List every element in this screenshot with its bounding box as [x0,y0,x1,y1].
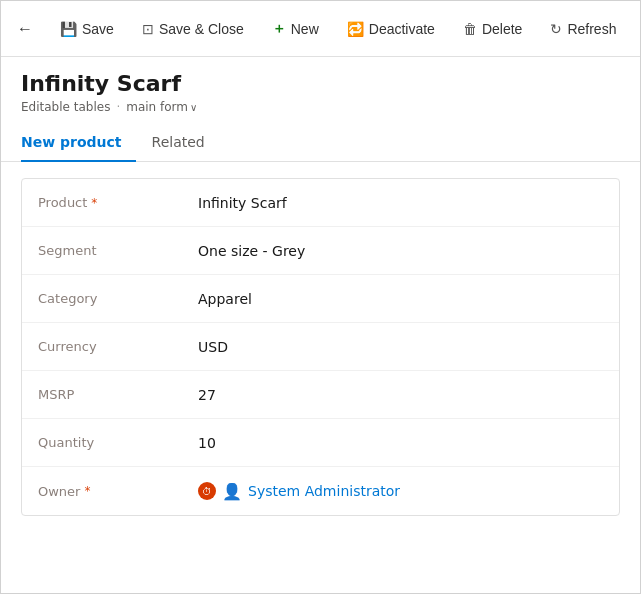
back-icon: ← [17,20,33,38]
person-icon: 👤 [222,482,242,501]
tab-bar: New product Related [1,126,640,162]
required-indicator-product: * [91,196,97,210]
chevron-down-icon: ∨ [190,102,197,113]
breadcrumb-separator: · [116,100,120,114]
label-category: Category [38,291,198,306]
save-close-label: Save & Close [159,21,244,37]
value-quantity[interactable]: 10 [198,435,603,451]
save-close-button[interactable]: ⊡ Save & Close [129,11,257,47]
value-msrp[interactable]: 27 [198,387,603,403]
form-content: Product * Infinity Scarf Segment One siz… [1,162,640,593]
page-title: Infinity Scarf [21,71,620,96]
field-category: Category Apparel [22,275,619,323]
breadcrumb-form-dropdown[interactable]: main form ∨ [126,100,197,114]
value-product[interactable]: Infinity Scarf [198,195,603,211]
toolbar: ← 💾 Save ⊡ Save & Close ＋ New 🔁 Deactiva… [1,1,640,57]
value-category[interactable]: Apparel [198,291,603,307]
field-owner: Owner * ⏱ 👤 System Administrator [22,467,619,515]
field-msrp: MSRP 27 [22,371,619,419]
value-owner[interactable]: ⏱ 👤 System Administrator [198,482,603,501]
delete-button[interactable]: 🗑 Delete [450,11,535,47]
save-close-icon: ⊡ [142,21,154,37]
new-icon: ＋ [272,20,286,38]
field-quantity: Quantity 10 [22,419,619,467]
new-label: New [291,21,319,37]
save-label: Save [82,21,114,37]
new-button[interactable]: ＋ New [259,11,332,47]
delete-label: Delete [482,21,522,37]
breadcrumb-part1: Editable tables [21,100,110,114]
refresh-label: Refresh [567,21,616,37]
main-window: ← 💾 Save ⊡ Save & Close ＋ New 🔁 Deactiva… [0,0,641,594]
label-product: Product * [38,195,198,210]
delete-icon: 🗑 [463,21,477,37]
deactivate-icon: 🔁 [347,21,364,37]
value-currency[interactable]: USD [198,339,603,355]
refresh-icon: ↻ [550,21,562,37]
label-segment: Segment [38,243,198,258]
field-product: Product * Infinity Scarf [22,179,619,227]
breadcrumb: Editable tables · main form ∨ [21,100,620,114]
label-quantity: Quantity [38,435,198,450]
tab-related[interactable]: Related [152,126,219,162]
back-button[interactable]: ← [9,13,41,45]
label-currency: Currency [38,339,198,354]
form-section: Product * Infinity Scarf Segment One siz… [21,178,620,516]
required-indicator-owner: * [84,484,90,498]
page-header: Infinity Scarf Editable tables · main fo… [1,57,640,126]
label-owner: Owner * [38,484,198,499]
breadcrumb-part2: main form [126,100,188,114]
field-segment: Segment One size - Grey [22,227,619,275]
deactivate-button[interactable]: 🔁 Deactivate [334,11,448,47]
owner-name: System Administrator [248,483,400,499]
save-icon: 💾 [60,21,77,37]
clock-icon: ⏱ [198,482,216,500]
tab-new-product[interactable]: New product [21,126,136,162]
value-segment[interactable]: One size - Grey [198,243,603,259]
field-currency: Currency USD [22,323,619,371]
deactivate-label: Deactivate [369,21,435,37]
label-msrp: MSRP [38,387,198,402]
refresh-button[interactable]: ↻ Refresh [537,11,629,47]
save-button[interactable]: 💾 Save [47,11,127,47]
